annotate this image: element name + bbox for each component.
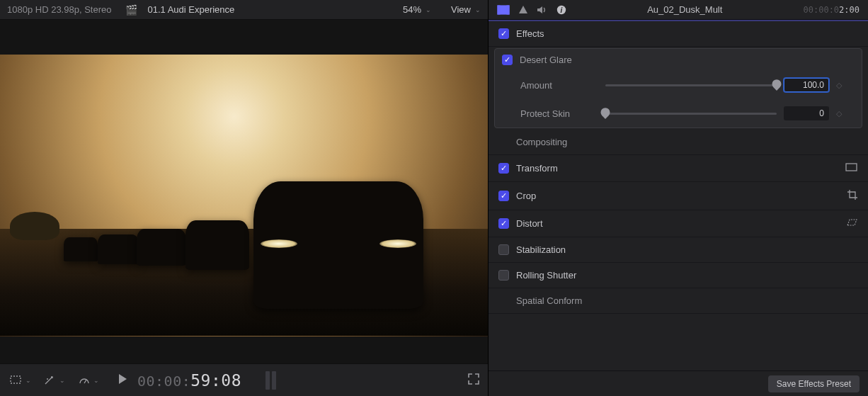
value-amount[interactable]: 100.0	[784, 78, 829, 92]
svg-rect-4	[498, 6, 500, 14]
distort-icon[interactable]	[845, 217, 858, 230]
section-stabilization[interactable]: Stabilization	[489, 237, 868, 263]
value-protect-skin[interactable]: 0	[784, 106, 829, 120]
checkbox-stabilization[interactable]	[498, 244, 509, 255]
compositing-label: Compositing	[516, 137, 858, 147]
viewer-pane: 1080p HD 23.98p, Stereo 🎬 01.1 Audi Expe…	[0, 0, 489, 396]
viewer-header: 1080p HD 23.98p, Stereo 🎬 01.1 Audi Expe…	[0, 0, 488, 20]
crop-icon[interactable]	[847, 189, 858, 203]
slider-amount[interactable]	[605, 84, 777, 86]
speaker-icon	[537, 5, 548, 15]
spatial-conform-label: Spatial Conform	[516, 295, 858, 306]
checkbox-crop[interactable]	[498, 191, 509, 201]
slider-protect-skin[interactable]	[605, 113, 777, 115]
checkbox-effects[interactable]	[498, 28, 509, 39]
viewer-timecode[interactable]: 00:00:59:08	[137, 371, 241, 390]
chevron-down-icon: ⌄	[475, 6, 481, 13]
section-distort[interactable]: Distort	[489, 210, 868, 237]
info-icon: i	[556, 5, 566, 15]
tab-video[interactable]	[497, 5, 510, 15]
chevron-down-icon: ⌄	[25, 377, 31, 384]
inspector-timecode-bright: 2:00	[839, 5, 860, 15]
section-rolling-shutter[interactable]: Rolling Shutter	[489, 263, 868, 288]
color-tool-menu[interactable]: ⌄	[42, 373, 67, 387]
viewer-canvas[interactable]	[0, 55, 488, 336]
viewer-format-label: 1080p HD 23.98p, Stereo	[7, 4, 111, 15]
inspector-tabs: i	[497, 5, 566, 15]
wand-icon	[44, 375, 57, 385]
timecode-dim: 00:00:	[137, 373, 190, 390]
timecode-bright: 59:08	[190, 371, 241, 390]
inspector-timecode: 00:00:02:00	[804, 5, 860, 15]
inspector-clip-name: Au_02_Dusk_Mult	[575, 4, 795, 15]
clapperboard-icon: 🎬	[125, 4, 137, 16]
checkbox-desert-glare[interactable]	[502, 55, 513, 65]
desert-glare-label: Desert Glare	[520, 55, 855, 65]
tab-audio[interactable]	[537, 5, 548, 15]
viewer-footer: ⌄ ⌄ ⌄ 00:00:59:08	[0, 363, 488, 396]
checkbox-rolling-shutter[interactable]	[498, 270, 509, 281]
crop-label: Crop	[516, 191, 840, 201]
keyframe-amount-icon[interactable]: ◇	[836, 81, 845, 90]
viewer-clip-title: 01.1 Audi Experience	[147, 4, 234, 15]
speedometer-icon	[78, 375, 91, 385]
chevron-down-icon: ⌄	[93, 377, 99, 384]
param-protect-label: Protect Skin	[520, 108, 598, 119]
play-icon	[118, 373, 127, 385]
stabilization-label: Stabilization	[516, 244, 858, 255]
retime-tool-menu[interactable]: ⌄	[76, 373, 101, 387]
distort-label: Distort	[516, 218, 838, 229]
inspector-timecode-dim: 00:00:0	[804, 5, 840, 15]
tab-color[interactable]	[518, 5, 528, 15]
fullscreen-icon	[468, 373, 479, 385]
chevron-down-icon: ⌄	[59, 377, 65, 384]
viewer-zoom-menu[interactable]: 54% ⌄	[403, 4, 431, 15]
transform-icon	[10, 375, 23, 385]
chevron-down-icon: ⌄	[426, 6, 431, 13]
svg-point-1	[47, 378, 48, 380]
svg-line-2	[84, 380, 86, 383]
param-protect-skin: Protect Skin 0 ◇	[502, 101, 855, 122]
save-effects-preset-button[interactable]: Save Effects Preset	[768, 375, 860, 392]
viewer-zoom-label: 54%	[403, 4, 421, 15]
section-crop[interactable]: Crop	[489, 182, 868, 210]
keyframe-protect-icon[interactable]: ◇	[836, 109, 845, 118]
viewer-body	[0, 20, 488, 363]
svg-rect-8	[846, 164, 857, 171]
transform-label: Transform	[516, 163, 838, 174]
rolling-shutter-label: Rolling Shutter	[516, 270, 858, 281]
checkbox-distort[interactable]	[498, 218, 509, 229]
param-amount-label: Amount	[520, 80, 598, 91]
section-compositing[interactable]: Compositing	[489, 130, 868, 155]
color-triangle-icon	[518, 5, 528, 15]
checkbox-transform[interactable]	[498, 163, 509, 174]
transform-tool-menu[interactable]: ⌄	[8, 373, 33, 387]
param-amount: Amount 100.0 ◇	[502, 72, 855, 94]
inspector-header: i Au_02_Dusk_Mult 00:00:02:00	[489, 0, 868, 20]
section-effects[interactable]: Effects	[489, 21, 868, 47]
section-transform[interactable]: Transform	[489, 155, 868, 182]
fullscreen-button[interactable]	[468, 373, 479, 387]
svg-rect-0	[11, 376, 21, 383]
inspector-body: Effects Desert Glare Amount 100.0 ◇ Prot…	[489, 21, 868, 370]
svg-text:i: i	[561, 6, 563, 14]
effect-desert-glare: Desert Glare Amount 100.0 ◇ Protect Skin…	[494, 48, 862, 128]
svg-rect-5	[507, 6, 509, 14]
inspector-pane: i Au_02_Dusk_Mult 00:00:02:00 Effects De…	[489, 0, 868, 396]
tab-info[interactable]: i	[556, 5, 566, 15]
audio-meters	[265, 371, 276, 390]
viewer-view-label: View	[451, 4, 471, 15]
transform-rect-icon[interactable]	[845, 162, 858, 174]
section-spatial-conform[interactable]: Spatial Conform	[489, 288, 868, 314]
inspector-footer: Save Effects Preset	[489, 370, 868, 396]
viewer-view-menu[interactable]: View ⌄	[451, 4, 481, 15]
effects-label: Effects	[516, 28, 858, 39]
play-button[interactable]	[118, 373, 127, 387]
filmstrip-icon	[497, 5, 510, 15]
